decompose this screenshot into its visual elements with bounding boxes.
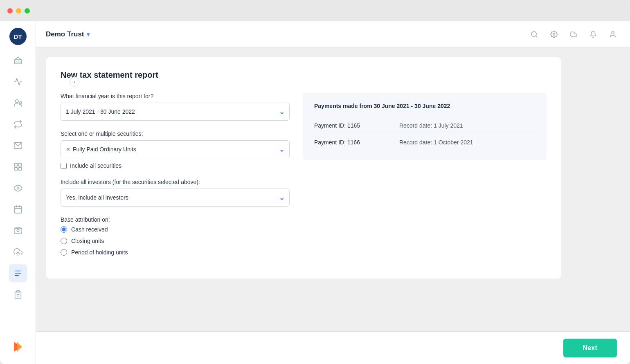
chevron-down-icon: ⌄ [279,146,284,153]
radio-closing[interactable] [61,238,67,244]
include-all-checkbox[interactable] [61,163,67,169]
radio-cash-label: Cash received [71,226,108,233]
securities-label: Select one or multiple securities: [61,130,290,137]
radio-period[interactable] [61,249,67,256]
chevron-down-icon: ⌄ [279,194,284,202]
sidebar-item-users[interactable] [9,94,27,112]
settings-icon[interactable] [547,27,561,42]
svg-rect-10 [14,168,17,170]
user-icon[interactable] [605,27,620,42]
sidebar-brand [11,339,25,354]
security-tag: ✕ Fully Paid Ordinary Units [66,146,136,153]
radio-cash[interactable] [61,226,67,233]
chevron-down-icon: ⌄ [279,108,284,116]
payment-row: Payment ID: 1165 Record date: 1 July 202… [314,117,535,134]
app-window: DT [0,0,630,364]
sidebar: DT [0,21,36,364]
sidebar-item-watch[interactable] [9,179,27,197]
radio-period-label: Period of holding units [71,249,128,256]
app-title-text: Demo Trust [46,30,84,38]
brand-logo [11,339,25,354]
tag-remove-icon[interactable]: ✕ [66,146,70,153]
radio-cash-row[interactable]: Cash received [61,226,290,233]
titlebar [0,0,630,21]
topbar: Demo Trust ▾ [36,21,630,47]
form-layout: What financial year is this report for? … [61,93,547,265]
title-chevron[interactable]: ▾ [87,31,90,38]
payment-date-2: Record date: 1 October 2021 [399,139,473,146]
svg-rect-9 [18,168,21,170]
radio-closing-row[interactable]: Closing units [61,238,290,244]
svg-point-5 [19,101,21,104]
investors-row: Include all investors (for the securitie… [61,179,290,207]
payment-row: Payment ID: 1166 Record date: 1 October … [314,134,535,151]
securities-row: Select one or multiple securities: ✕ Ful… [61,130,290,169]
radio-closing-label: Closing units [71,238,104,244]
payment-id-1: Payment ID: 1165 [314,122,380,129]
close-dot[interactable] [7,8,13,13]
payments-panel: Payments made from 30 June 2021 - 30 Jun… [303,93,547,160]
sidebar-item-reports[interactable] [9,158,27,176]
financial-year-label: What financial year is this report for? [61,93,290,99]
main-area: › Demo Trust ▾ [36,21,630,364]
form-left: What financial year is this report for? … [61,93,290,265]
sidebar-item-analytics[interactable] [9,73,27,91]
next-button[interactable]: Next [563,339,617,357]
svg-rect-7 [14,164,17,166]
financial-year-row: What financial year is this report for? … [61,93,290,121]
svg-rect-8 [18,164,21,166]
app-layout: DT [0,21,630,364]
sidebar-item-cash[interactable] [9,222,27,240]
app-title: Demo Trust ▾ [46,30,90,38]
svg-point-30 [553,33,555,35]
sidebar-item-mail[interactable] [9,137,27,155]
payments-title: Payments made from 30 June 2021 - 30 Jun… [314,103,535,109]
form-card: New tax statement report What financial … [46,57,561,279]
svg-line-29 [536,36,537,37]
svg-marker-27 [17,342,22,352]
investors-label: Include all investors (for the securitie… [61,179,290,185]
investors-value: Yes, include all investors [66,194,128,201]
payments-panel-wrapper: Payments made from 30 June 2021 - 30 Jun… [303,93,547,160]
bottom-bar: Next [36,331,630,364]
include-all-label: Include all securities [70,162,122,169]
svg-rect-23 [15,292,21,299]
sidebar-item-transfers[interactable] [9,115,27,133]
svg-rect-16 [14,229,21,234]
attribution-options: Cash received Closing units Period of ho… [61,226,290,256]
sidebar-item-ato[interactable] [9,264,27,282]
cloud-icon[interactable] [566,27,581,42]
svg-point-4 [15,100,18,103]
avatar[interactable]: DT [9,28,27,45]
main-content: New tax statement report What financial … [36,47,630,331]
radio-period-row[interactable]: Period of holding units [61,249,290,256]
page-title: New tax statement report [61,70,547,80]
sidebar-item-calendar[interactable] [9,200,27,218]
attribution-row: Base attribution on: Cash received Closi… [61,216,290,256]
include-all-row: Include all securities [61,162,290,169]
bell-icon[interactable] [586,27,601,42]
financial-year-value: 1 July 2021 - 30 June 2022 [66,108,135,115]
svg-point-17 [17,229,19,232]
search-icon[interactable] [527,27,542,42]
payment-date-1: Record date: 1 July 2021 [399,122,463,129]
financial-year-select[interactable]: 1 July 2021 - 30 June 2022 ⌄ [61,103,290,121]
securities-select[interactable]: ✕ Fully Paid Ordinary Units ⌄ [61,140,290,158]
sidebar-toggle[interactable]: › [70,77,79,87]
svg-point-11 [17,187,19,189]
securities-value: Fully Paid Ordinary Units [73,146,136,153]
maximize-dot[interactable] [25,8,30,13]
svg-rect-12 [14,207,21,213]
sidebar-item-bank[interactable] [9,52,27,70]
payment-id-2: Payment ID: 1166 [314,139,380,146]
minimize-dot[interactable] [16,8,21,13]
sidebar-item-clipboard[interactable] [9,285,27,303]
investors-select[interactable]: Yes, include all investors ⌄ [61,189,290,207]
attribution-label: Base attribution on: [61,216,290,223]
svg-point-31 [612,31,614,34]
sidebar-item-upload[interactable] [9,243,27,261]
